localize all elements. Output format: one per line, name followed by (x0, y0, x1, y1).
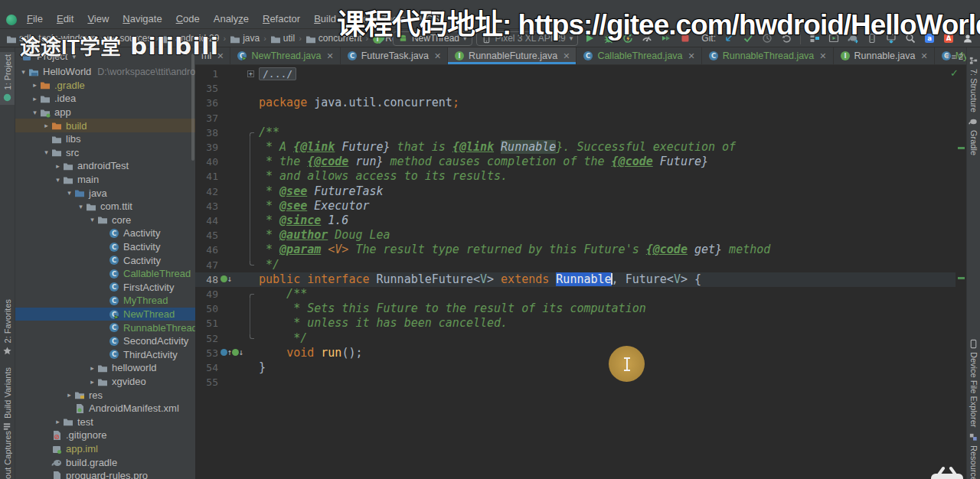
tree-item-bactivity[interactable]: CBactivity (15, 240, 195, 254)
menu-code[interactable]: Code (169, 11, 207, 28)
code-line-55[interactable]: 55 (195, 375, 956, 389)
code-line-47[interactable]: 47 */ (195, 258, 956, 272)
tree-item--gitignore[interactable]: .gitignore (15, 428, 195, 442)
close-icon[interactable]: ✕ (326, 51, 333, 61)
tab-newthread-java[interactable]: CNewThread.java✕ (230, 47, 340, 64)
breadcrumb-util[interactable]: util (269, 33, 296, 44)
tool-stripe-layout-captures[interactable]: Layout Captures (0, 428, 15, 479)
tool-stripe-build-variants[interactable]: Build Variants (0, 365, 15, 434)
code-line-37[interactable]: 37 (195, 111, 956, 125)
code-line-52[interactable]: 52 */ (195, 331, 956, 346)
tree-toggle-icon[interactable]: ▾ (76, 203, 86, 210)
hidden-tabs-button[interactable]: ▾ ≡ 2 (945, 47, 963, 65)
tree-item-libs[interactable]: libs (15, 132, 195, 146)
tree-toggle-icon[interactable]: ▸ (41, 122, 51, 129)
tree-item--gradle[interactable]: ▸.gradle (15, 79, 195, 93)
tab-runnablefuture-java[interactable]: IRunnableFuture.java✕ (448, 47, 577, 64)
code-line-42[interactable]: 42 * @see FutureTask (195, 184, 956, 199)
tree-item-runnablethread[interactable]: CRunnableThread (15, 321, 195, 334)
tree-toggle-icon[interactable]: ▸ (30, 81, 40, 89)
code-line-36[interactable]: 36package java.util.concurrent; (195, 96, 956, 110)
code-line-44[interactable]: 44 * @since 1.6 (195, 213, 956, 228)
tool-stripe-device-file-explorer[interactable]: Device File Explorer (967, 337, 980, 429)
tree-item-res[interactable]: ▸res (15, 388, 195, 402)
close-icon[interactable]: ✕ (434, 51, 441, 61)
override-up-gutter-icon[interactable]: ↑ (220, 347, 231, 358)
tree-toggle-icon[interactable]: ▸ (87, 378, 97, 386)
tree-item-newthread[interactable]: CNewThread (15, 308, 195, 321)
tree-item--idea[interactable]: ▸.idea (15, 92, 195, 106)
tree-item-helloworld[interactable]: ▾HelloWorldD:\workspace\ttit\android\H (15, 65, 195, 79)
code-line-41[interactable]: 41 * and allows access to its results. (195, 169, 956, 184)
tree-item-main[interactable]: ▾main (15, 173, 195, 187)
tree-toggle-icon[interactable]: ▸ (53, 418, 63, 425)
menu-navigate[interactable]: Navigate (116, 11, 168, 28)
tab-runnablethread-java[interactable]: CRunnableThread.java✕ (702, 47, 834, 64)
tree-item-cactivity[interactable]: CCactivity (15, 253, 195, 267)
tree-item-java[interactable]: ▾java (15, 186, 195, 200)
code-line-46[interactable]: 46 * @param <V> The result type returned… (195, 243, 956, 257)
close-icon[interactable]: ✕ (819, 51, 826, 61)
tree-toggle-icon[interactable]: ▾ (41, 148, 51, 156)
tree-item-core[interactable]: ▾core (15, 213, 195, 227)
impl-down-gutter-icon[interactable]: ↓ (232, 347, 243, 358)
tree-item-androidmanifest-xml[interactable]: AndroidManifest.xml (15, 402, 195, 415)
code-line-39[interactable]: 39 * A {@link Future} that is {@link Run… (195, 140, 956, 155)
code-line-38[interactable]: 38/** (195, 125, 956, 140)
tree-toggle-icon[interactable]: ▸ (30, 95, 40, 103)
tree-item-xgvideo[interactable]: ▸xgvideo (15, 375, 195, 389)
tree-item-secondactivity[interactable]: CSecondActivity (15, 334, 195, 348)
tree-item-build[interactable]: ▸build (15, 119, 195, 132)
impl-down-gutter-icon[interactable]: ↓ (220, 274, 231, 285)
tool-stripe-1-project[interactable]: 1: Project (0, 52, 15, 105)
menu-refactor[interactable]: Refactor (256, 11, 307, 28)
code-line-45[interactable]: 45 * @author Doug Lea (195, 228, 956, 243)
tree-item-app-iml[interactable]: app.iml (15, 442, 195, 456)
tab-callablethread-java[interactable]: CCallableThread.java✕ (577, 47, 701, 64)
menu-edit[interactable]: Edit (50, 11, 80, 28)
tool-stripe-7-structure[interactable]: 7: Structure (967, 54, 980, 115)
tree-item-mythread[interactable]: CMyThread (15, 294, 195, 308)
code-line-35[interactable]: 35 (195, 81, 956, 96)
tree-item-helloworld[interactable]: ▸helloworld (15, 361, 195, 375)
close-icon[interactable]: ✕ (920, 51, 927, 61)
tree-item-androidtest[interactable]: ▸androidTest (15, 159, 195, 173)
tree-toggle-icon[interactable]: ▾ (53, 176, 63, 184)
tool-stripe-resource-manager[interactable]: Resource Manager (967, 430, 980, 479)
fold-marker[interactable] (247, 125, 256, 140)
fold-marker[interactable] (247, 258, 256, 272)
tree-toggle-icon[interactable]: ▾ (18, 68, 28, 76)
menu-view[interactable]: View (80, 11, 116, 28)
tree-toggle-icon[interactable]: ▸ (87, 364, 97, 372)
tree-item-test[interactable]: ▸test (15, 415, 195, 429)
fold-marker[interactable] (247, 287, 256, 301)
tree-item-build-gradle[interactable]: build.gradle (15, 455, 195, 469)
tree-item-aactivity[interactable]: CAactivity (15, 226, 195, 240)
code-line-40[interactable]: 40 * the {@code run} method causes compl… (195, 155, 956, 169)
fold-marker[interactable] (247, 331, 256, 346)
tree-item-firstactivity[interactable]: CFirstActivity (15, 281, 195, 295)
menu-file[interactable]: File (20, 11, 50, 28)
menu-analyze[interactable]: Analyze (207, 11, 256, 28)
breadcrumb-java[interactable]: java (228, 33, 261, 44)
tree-item-callablethread[interactable]: CCallableThread (15, 267, 195, 281)
tree-toggle-icon[interactable]: ▾ (30, 109, 40, 116)
close-icon[interactable]: ✕ (688, 51, 695, 61)
code-line-50[interactable]: 50 * Sets this Future to the result of i… (195, 301, 956, 316)
tree-toggle-icon[interactable]: ▾ (64, 189, 74, 197)
tree-item-com-ttit[interactable]: ▾com.ttit (15, 200, 195, 213)
code-line-48[interactable]: 48↓public interface RunnableFuture<V> ex… (195, 272, 956, 287)
tree-toggle-icon[interactable]: ▸ (53, 162, 63, 170)
code-line-49[interactable]: 49 /** (195, 287, 956, 301)
tool-stripe-gradle[interactable]: Gradle (967, 115, 980, 158)
code-line-54[interactable]: 54} (195, 360, 956, 375)
code-editor[interactable]: 1+/.../3536package java.util.concurrent;… (195, 65, 956, 479)
tree-item-src[interactable]: ▾src (15, 146, 195, 160)
tree-item-proguard-rules-pro[interactable]: proguard-rules.pro (15, 469, 195, 479)
code-line-43[interactable]: 43 * @see Executor (195, 199, 956, 213)
project-tree-scrollbar[interactable] (191, 54, 194, 161)
code-line-1[interactable]: 1+/.../ (195, 67, 956, 81)
code-line-53[interactable]: 53↑↓ void run(); (195, 346, 956, 360)
code-line-51[interactable]: 51 * unless it has been cancelled. (195, 316, 956, 331)
tool-stripe-2-favorites[interactable]: 2: Favorites (0, 297, 15, 358)
